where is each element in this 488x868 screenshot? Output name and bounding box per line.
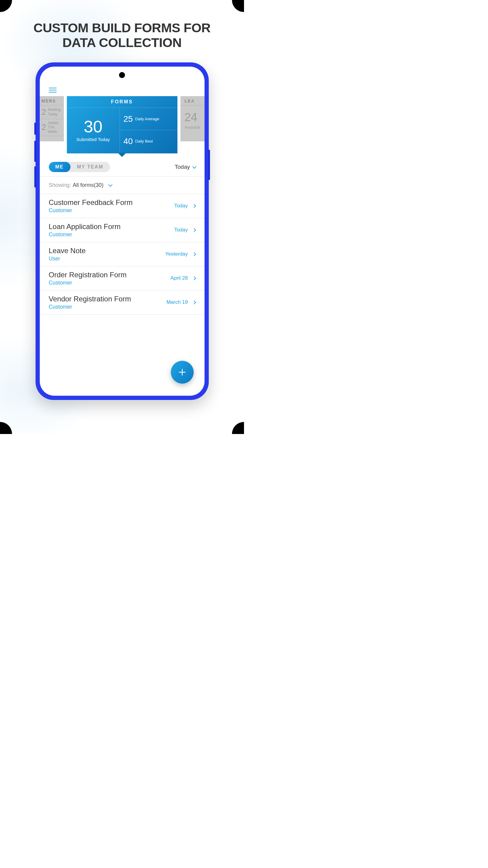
phone-side-button [208, 150, 210, 180]
chevron-right-icon [192, 276, 196, 280]
list-item[interactable]: Leave NoteUserYesterday [40, 242, 204, 267]
stat-label: Daily Best [135, 139, 153, 144]
date-range-dropdown[interactable]: Today [175, 164, 195, 170]
stat-label: Meeting Today [48, 107, 62, 116]
stat-value: 40 [124, 136, 133, 146]
card-stat-row: 25 Daily Average [120, 108, 177, 130]
form-title: Vendor Registration Form [49, 295, 131, 303]
stat-value: 2 [41, 107, 48, 117]
form-category: Customer [49, 280, 127, 286]
submitted-today-label: Submitted Today [76, 137, 110, 142]
form-category: Customer [49, 207, 133, 214]
card-stat-row: 40 Daily Best [120, 130, 177, 153]
phone-side-button [34, 141, 36, 162]
card-header: MERS [40, 96, 64, 105]
chevron-down-icon [108, 183, 112, 187]
form-date: April 28 [170, 275, 188, 281]
card-header: FORMS [67, 96, 177, 108]
date-range-label: Today [175, 164, 190, 170]
headline-line-2: DATA COLLECTION [62, 35, 181, 50]
stat-value: 25 [124, 114, 133, 124]
phone-side-button [34, 166, 36, 187]
summary-cards-row: MERS 2 Meeting Today 2 Added This Week F… [40, 96, 204, 153]
stat-label: Added This Week [48, 121, 62, 134]
form-category: User [49, 255, 86, 262]
chevron-right-icon [192, 228, 196, 232]
toggle-my-team-button[interactable]: MY TEAM [70, 162, 110, 172]
card-stat-row: 2 Meeting Today [40, 105, 64, 119]
phone-camera [119, 72, 125, 78]
headline-line-1: CUSTOM BUILD FORMS FOR [33, 21, 210, 35]
scope-toggle: ME MY TEAM [49, 162, 110, 172]
chevron-right-icon [192, 301, 196, 304]
forms-filter-dropdown[interactable]: Showing: All forms(30) [40, 176, 204, 194]
list-item[interactable]: Order Registration FormCustomerApril 28 [40, 267, 204, 290]
stat-label: Daily Average [135, 117, 159, 121]
stat-label: Available [181, 124, 204, 130]
card-leads[interactable]: LEA 24 Available [181, 96, 204, 141]
phone-screen: MERS 2 Meeting Today 2 Added This Week F… [40, 67, 204, 396]
chevron-right-icon [192, 204, 196, 208]
card-customers[interactable]: MERS 2 Meeting Today 2 Added This Week [40, 96, 64, 141]
card-header: LEA [181, 96, 204, 105]
form-date: Yesterday [165, 251, 188, 257]
form-title: Loan Application Form [49, 222, 121, 231]
form-category: Customer [49, 304, 131, 310]
chevron-down-icon [192, 164, 196, 168]
form-title: Customer Feedback Form [49, 198, 133, 207]
hamburger-menu-icon[interactable] [49, 88, 57, 93]
plus-icon [178, 368, 187, 377]
marketing-headline: CUSTOM BUILD FORMS FOR DATA COLLECTION [0, 21, 244, 50]
form-category: Customer [49, 231, 121, 238]
list-item[interactable]: Customer Feedback FormCustomerToday [40, 194, 204, 218]
form-title: Order Registration Form [49, 271, 127, 279]
card-stat-row: 2 Added This Week [40, 119, 64, 136]
chevron-right-icon [192, 252, 196, 256]
add-form-fab[interactable] [171, 361, 194, 384]
card-forms-active[interactable]: FORMS 30 Submitted Today 25 Daily Averag… [67, 96, 177, 153]
submitted-today-value: 30 [84, 118, 102, 135]
form-title: Leave Note [49, 247, 86, 255]
stat-value: 2 [41, 122, 48, 132]
forms-list: Customer Feedback FormCustomerTodayLoan … [40, 194, 204, 315]
list-item[interactable]: Vendor Registration FormCustomerMarch 19 [40, 290, 204, 315]
list-item[interactable]: Loan Application FormCustomerToday [40, 218, 204, 242]
form-date: Today [174, 203, 188, 209]
filter-label: Showing: [49, 182, 71, 188]
phone-side-button [34, 123, 36, 135]
stat-value: 24 [181, 105, 204, 124]
filter-value: All forms(30) [73, 182, 104, 188]
form-date: March 19 [167, 299, 188, 305]
phone-frame: MERS 2 Meeting Today 2 Added This Week F… [36, 62, 209, 400]
toggle-me-button[interactable]: ME [49, 162, 70, 172]
form-date: Today [174, 227, 188, 233]
